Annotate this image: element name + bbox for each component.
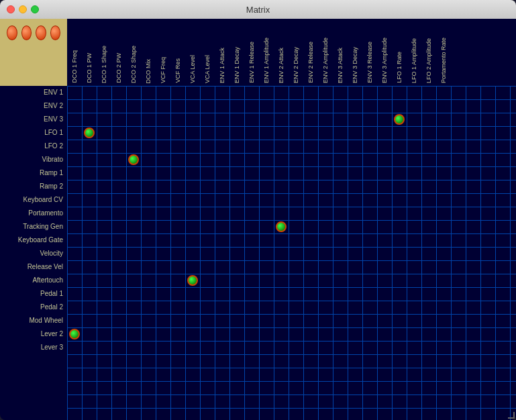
col-header-3: DCO 2 PW [111, 19, 126, 86]
dot-10-14[interactable] [276, 221, 287, 232]
col-header-9: VCA Level [200, 19, 215, 86]
col-header-11: ENV 1 Decay [229, 19, 244, 86]
col-header-13: ENV 1 Amplitude [259, 19, 274, 86]
col-header-25: Portamento Rate [436, 19, 451, 86]
col-header-20: ENV 3 Release [362, 19, 377, 86]
col-header-8: VCA Level [185, 19, 200, 86]
dot-14-8[interactable] [187, 275, 198, 286]
matrix-content: DCO 1 FreqDCO 1 PWDCO 1 ShapeDCO 2 PWDCO… [0, 19, 516, 420]
col-header-7: VCF Res [170, 19, 185, 86]
dot-5-4[interactable] [128, 154, 139, 165]
corner-circle-4[interactable] [50, 25, 61, 40]
col-header-24: LFO 2 Amplitude [421, 19, 436, 86]
dot-3-1[interactable] [84, 127, 95, 138]
row-label-7: Ramp 2 [0, 180, 67, 193]
row-label-12: Velocity [0, 247, 67, 260]
row-label-10: Tracking Gen [0, 220, 67, 233]
row-label-17: Mod Wheel [0, 314, 67, 327]
col-header-0: DCO 1 Freq [67, 19, 82, 86]
row-label-2: ENV 3 [0, 113, 67, 126]
col-header-10: ENV 1 Attack [215, 19, 229, 86]
traffic-lights [7, 5, 39, 13]
col-header-6: VCF Freq [156, 19, 170, 86]
matrix-scroll[interactable]: DCO 1 FreqDCO 1 PWDCO 1 ShapeDCO 2 PWDCO… [0, 19, 516, 420]
corner-circle-3[interactable] [36, 25, 46, 40]
dot-18-0[interactable] [69, 329, 80, 339]
corner-circle-1[interactable] [7, 25, 17, 40]
col-headers: DCO 1 FreqDCO 1 PWDCO 1 ShapeDCO 2 PWDCO… [67, 19, 516, 86]
title-bar: Matrix [0, 0, 516, 19]
col-header-1: DCO 1 PW [82, 19, 97, 86]
col-header-15: ENV 2 Decay [289, 19, 303, 86]
maximize-button[interactable] [31, 5, 39, 13]
col-header-17: ENV 2 Amplitude [318, 19, 333, 86]
col-header-5: DCO Mix [141, 19, 156, 86]
row-label-1: ENV 2 [0, 99, 67, 113]
row-label-3: LFO 1 [0, 126, 67, 140]
resize-handle[interactable] [507, 411, 515, 419]
row-label-0: ENV 1 [0, 86, 67, 99]
minimize-button[interactable] [19, 5, 27, 13]
row-label-11: Keyboard Gate [0, 233, 67, 247]
dot-2-22[interactable] [394, 114, 405, 125]
col-header-16: ENV 2 Release [303, 19, 318, 86]
corner-circles [0, 19, 67, 47]
row-label-18: Lever 2 [0, 327, 67, 341]
col-header-22: LFO 1 Rate [392, 19, 407, 86]
col-header-19: ENV 3 Decay [348, 19, 362, 86]
corner-box [0, 19, 67, 86]
col-header-23: LFO 1 Amplitude [407, 19, 421, 86]
row-label-16: Pedal 2 [0, 301, 67, 314]
main-window: Matrix DCO 1 FreqDCO 1 PWDCO 1 ShapeDCO … [0, 0, 516, 420]
row-label-8: Keyboard CV [0, 193, 67, 207]
row-label-5: Vibrato [0, 153, 67, 166]
row-label-19: Lever 3 [0, 341, 67, 354]
row-label-15: Pedal 1 [0, 287, 67, 301]
row-label-4: LFO 2 [0, 140, 67, 153]
matrix-inner: DCO 1 FreqDCO 1 PWDCO 1 ShapeDCO 2 PWDCO… [0, 19, 516, 420]
grid-background [67, 86, 516, 420]
window-title: Matrix [246, 5, 270, 15]
close-button[interactable] [7, 5, 15, 13]
row-label-13: Release Vel [0, 260, 67, 274]
row-label-14: Aftertouch [0, 274, 67, 287]
row-label-9: Portamento [0, 207, 67, 220]
row-label-6: Ramp 1 [0, 166, 67, 180]
col-header-14: ENV 2 Attack [274, 19, 289, 86]
col-header-21: ENV 3 Amplitude [377, 19, 392, 86]
col-header-4: DCO 2 Shape [126, 19, 141, 86]
col-header-2: DCO 1 Shape [97, 19, 111, 86]
corner-circle-2[interactable] [21, 25, 32, 40]
col-header-18: ENV 3 Attack [333, 19, 348, 86]
col-header-12: ENV 1 Release [244, 19, 259, 86]
